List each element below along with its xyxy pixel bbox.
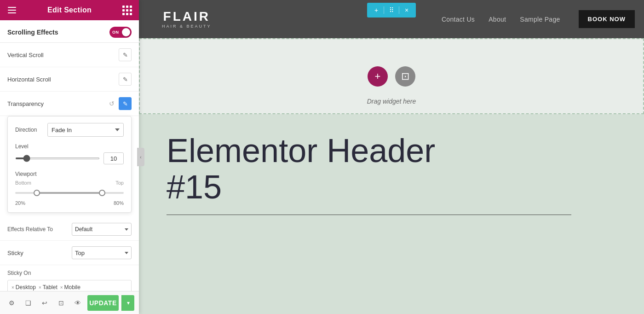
- toolbar-add-btn[interactable]: +: [371, 5, 382, 16]
- horizontal-scroll-row: Horizontal Scroll ✎: [0, 67, 139, 92]
- update-arrow-button[interactable]: ▾: [121, 295, 134, 311]
- toolbar-separator-2: [399, 6, 399, 14]
- add-widget-btn-red[interactable]: +: [368, 66, 388, 87]
- update-button[interactable]: UPDATE: [87, 295, 119, 311]
- sticky-row: Sticky None Top Bottom: [0, 241, 139, 265]
- dual-thumb-left[interactable]: [34, 190, 40, 196]
- sticky-tag-mobile: × Mobile: [60, 283, 80, 291]
- viewport-pct-left: 20%: [15, 200, 25, 206]
- viewport-top-label: Top: [115, 180, 124, 186]
- widget-section: + ⊡ Drag widget here: [139, 38, 644, 114]
- heading-divider: [167, 215, 571, 215]
- sticky-on-label: Sticky On: [7, 270, 132, 276]
- apps-grid-icon[interactable]: [121, 5, 132, 16]
- level-slider-row: 10: [15, 152, 124, 164]
- toolbar-move-btn[interactable]: ⠿: [386, 5, 397, 16]
- tag-mobile-remove[interactable]: ×: [60, 285, 63, 290]
- settings-icon-btn[interactable]: ⚙: [5, 296, 18, 310]
- heading-line2: #15: [167, 169, 222, 205]
- transparency-reset-icon[interactable]: ↺: [107, 99, 117, 109]
- panel-title: Edit Section: [47, 6, 92, 14]
- scrolling-effects-toggle[interactable]: ON: [109, 27, 132, 38]
- transparency-label: Transparency: [7, 100, 44, 107]
- dual-slider-fill: [37, 192, 102, 194]
- transparency-row: Transparency ↺ ✎: [0, 92, 139, 116]
- toolbar-separator: [384, 6, 384, 14]
- content-area: + ⊡ Drag widget here Elementor Header #1…: [139, 38, 644, 314]
- vertical-scroll-row: Vertical Scroll ✎: [0, 43, 139, 67]
- viewport-dual-slider[interactable]: [15, 188, 124, 198]
- nav-link-sample[interactable]: Sample Page: [520, 16, 560, 23]
- logo-sub-text: HAIR & BEAUTY: [162, 24, 212, 29]
- tag-tablet-remove[interactable]: ×: [39, 285, 41, 290]
- sticky-on-section: Sticky On × Desktop × Tablet × Mobile: [0, 265, 139, 291]
- toggle-on-label: ON: [112, 30, 119, 35]
- effects-relative-row: Effects Relative To Default Viewport Pag…: [0, 218, 139, 241]
- scrolling-effects-label: Scrolling Effects: [7, 29, 58, 36]
- hamburger-menu-icon[interactable]: [6, 5, 17, 16]
- collapse-handle[interactable]: ‹: [137, 148, 144, 166]
- left-panel: Edit Section Scrolling Effects ON Vertic: [0, 0, 139, 314]
- nav-bar: + ⠿ × FLAIR HAIR & BEAUTY Contact Us Abo…: [139, 0, 644, 38]
- logo-main-text: FLAIR: [163, 10, 210, 23]
- history-icon-btn[interactable]: ↩: [38, 296, 52, 310]
- panel-header: Edit Section: [0, 0, 139, 20]
- toolbar-close-btn[interactable]: ×: [401, 5, 412, 16]
- heading-line1: Elementor Header: [167, 132, 435, 169]
- sticky-tag-tablet: × Tablet: [39, 283, 58, 291]
- main-content: + ⠿ × FLAIR HAIR & BEAUTY Contact Us Abo…: [139, 0, 644, 314]
- dual-thumb-right[interactable]: [99, 190, 105, 196]
- transparency-popup: Direction Fade In Fade Out Level 10 View…: [7, 116, 132, 213]
- viewport-pct-labels: 20% 80%: [15, 200, 124, 206]
- viewport-row: Viewport Bottom Top 20% 80%: [15, 171, 124, 206]
- transparency-edit-btn[interactable]: ✎: [119, 97, 132, 110]
- heading-section: Elementor Header #15: [139, 114, 644, 314]
- sticky-select[interactable]: None Top Bottom: [72, 246, 132, 259]
- transparency-btns: ↺ ✎: [107, 97, 132, 110]
- responsive-icon-btn[interactable]: ⊡: [54, 296, 68, 310]
- viewport-pct-right: 80%: [114, 200, 124, 206]
- viewport-label: Viewport: [15, 171, 43, 177]
- vertical-scroll-label: Vertical Scroll: [7, 52, 44, 58]
- sticky-tag-desktop: × Desktop: [12, 283, 36, 291]
- viewport-edge-labels: Bottom Top: [15, 180, 124, 186]
- nav-logo: FLAIR HAIR & BEAUTY: [162, 10, 212, 29]
- level-slider[interactable]: [15, 157, 100, 159]
- sticky-label: Sticky: [7, 250, 23, 256]
- level-input[interactable]: 10: [104, 152, 124, 164]
- layers-icon-btn[interactable]: ❑: [21, 296, 35, 310]
- horizontal-scroll-edit-btn[interactable]: ✎: [119, 73, 132, 86]
- scrolling-effects-row: Scrolling Effects ON: [0, 20, 139, 43]
- level-row: Level 10: [15, 143, 124, 164]
- main-heading: Elementor Header #15: [167, 133, 616, 205]
- sticky-on-tags: × Desktop × Tablet × Mobile: [7, 280, 132, 291]
- drag-widget-text: Drag widget here: [367, 98, 416, 105]
- tag-desktop-remove[interactable]: ×: [12, 285, 14, 290]
- top-toolbar: + ⠿ ×: [367, 3, 416, 17]
- panel-body: Scrolling Effects ON Vertical Scroll ✎ H…: [0, 20, 139, 291]
- eye-icon-btn[interactable]: 👁: [71, 296, 85, 310]
- nav-link-contact[interactable]: Contact Us: [442, 16, 475, 23]
- level-label: Level: [15, 143, 43, 150]
- add-widget-btn-gray[interactable]: ⊡: [395, 66, 415, 87]
- panel-footer: ⚙ ❑ ↩ ⊡ 👁 UPDATE ▾: [0, 291, 139, 314]
- nav-link-about[interactable]: About: [489, 16, 506, 23]
- nav-book-button[interactable]: BOOK NOW: [579, 10, 635, 28]
- direction-row: Direction Fade In Fade Out: [15, 123, 124, 137]
- direction-select[interactable]: Fade In Fade Out: [47, 123, 124, 137]
- direction-label: Direction: [15, 127, 43, 133]
- nav-links: Contact Us About Sample Page BOOK NOW: [442, 10, 635, 28]
- effects-relative-select[interactable]: Default Viewport Page: [72, 223, 132, 236]
- vertical-scroll-edit-btn[interactable]: ✎: [119, 48, 132, 61]
- viewport-bottom-label: Bottom: [15, 180, 31, 186]
- horizontal-scroll-label: Horizontal Scroll: [7, 76, 51, 83]
- effects-relative-label: Effects Relative To: [7, 226, 53, 233]
